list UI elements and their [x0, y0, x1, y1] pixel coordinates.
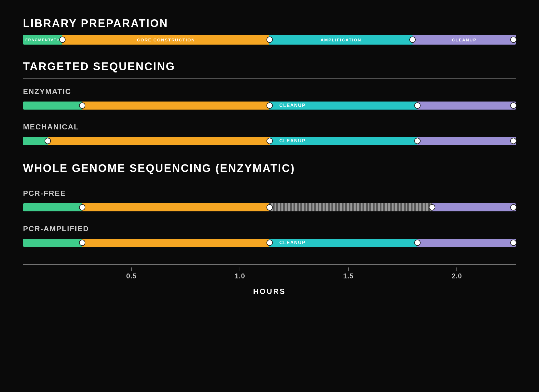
- lib-dot-3: [409, 37, 416, 43]
- pcra-cleanup-label: CLEANUP: [279, 240, 306, 245]
- lib-seg-cleanup: CLEANUP: [413, 35, 516, 45]
- pcr-amplified-bar-track: CLEANUP: [23, 239, 516, 247]
- enzymatic-bar-track: CLEANUP: [23, 102, 516, 110]
- enzymatic-bar-container: CLEANUP: [23, 100, 516, 111]
- tick-label-1-5: 1.5: [343, 272, 354, 280]
- mech-seg-orange: [48, 137, 270, 145]
- pcr-free-bar-track: [23, 203, 516, 211]
- pcr-amplified-bar-container: CLEANUP: [23, 237, 516, 248]
- tick-2-0: 2.0: [452, 267, 462, 280]
- mech-dot-1: [45, 138, 51, 144]
- pcrf-dot-2: [266, 204, 273, 211]
- mech-dot-4: [510, 138, 517, 144]
- pcrf-seg-striped: [269, 203, 432, 211]
- enzymatic-title: ENZYMATIC: [23, 87, 516, 96]
- mechanical-bar-container: CLEANUP: [23, 135, 516, 146]
- tick-line-0-5: [131, 267, 132, 271]
- pcra-seg-purple: [417, 239, 516, 247]
- enz-dot-3: [414, 102, 421, 109]
- pcrf-seg-purple: [432, 203, 516, 211]
- library-preparation-title: LIBRARY PREPARATION: [23, 17, 516, 30]
- enzymatic-subsection: ENZYMATIC CLEANUP: [23, 87, 516, 111]
- pcrf-dot-1: [79, 204, 85, 211]
- tick-line-1-5: [348, 267, 349, 271]
- lib-seg-fragmentation: FRAGMENTATION: [23, 35, 62, 45]
- lib-label-amplification: AMPLIFICATION: [321, 37, 361, 42]
- pcr-amplified-title: PCR-AMPLIFIED: [23, 224, 516, 233]
- mechanical-title: MECHANICAL: [23, 123, 516, 131]
- tick-label-0-5: 0.5: [126, 272, 137, 280]
- enz-dot-1: [79, 102, 85, 109]
- lib-seg-core: CORE CONSTRUCTION: [62, 35, 269, 45]
- tick-label-1-0: 1.0: [235, 272, 245, 280]
- pcra-dot-2: [266, 240, 273, 246]
- mechanical-bar-track: CLEANUP: [23, 137, 516, 145]
- mech-dot-2: [266, 138, 273, 144]
- lib-dot-1: [59, 37, 66, 43]
- pcrf-seg-orange: [82, 203, 270, 211]
- mech-seg-green: [23, 137, 48, 145]
- pcr-free-subsection: PCR-FREE: [23, 189, 516, 213]
- mech-dot-3: [414, 138, 421, 144]
- pcrf-dot-4: [510, 204, 517, 211]
- wgs-section: WHOLE GENOME SEQUENCING (ENZYMATIC) PCR-…: [23, 162, 516, 248]
- pcra-dot-3: [414, 240, 421, 246]
- lib-dot-4: [510, 37, 517, 43]
- targeted-sequencing-title: TARGETED SEQUENCING: [23, 60, 516, 73]
- tick-line-2-0: [456, 267, 457, 271]
- pcr-free-bar-container: [23, 202, 516, 213]
- pcrf-dot-3: [429, 204, 435, 211]
- xaxis-container: 0.5 1.0 1.5 2.0 HOURS: [23, 264, 516, 296]
- mech-seg-purple: [417, 137, 516, 145]
- enz-cleanup-label: CLEANUP: [279, 103, 306, 108]
- mech-cleanup-label: CLEANUP: [279, 138, 306, 144]
- tick-line-1-0: [240, 267, 240, 271]
- mechanical-subsection: MECHANICAL CLEANUP: [23, 123, 516, 146]
- enz-dot-4: [510, 102, 517, 109]
- enz-seg-purple: [417, 102, 516, 110]
- targeted-sequencing-section: TARGETED SEQUENCING ENZYMATIC CLEANUP ME…: [23, 60, 516, 146]
- lib-label-cleanup: CLEANUP: [452, 37, 477, 42]
- library-bar: FRAGMENTATION CORE CONSTRUCTION AMPLIFIC…: [23, 35, 516, 45]
- xaxis-title: HOURS: [23, 287, 516, 296]
- wgs-divider: [23, 180, 516, 180]
- tick-0-5: 0.5: [126, 267, 137, 280]
- pcr-free-title: PCR-FREE: [23, 189, 516, 198]
- lib-seg-amplification: AMPLIFICATION: [269, 35, 412, 45]
- tick-1-5: 1.5: [343, 267, 354, 280]
- pcra-dot-4: [510, 240, 517, 246]
- pcr-amplified-subsection: PCR-AMPLIFIED CLEANUP: [23, 224, 516, 248]
- xaxis-ticks: 0.5 1.0 1.5 2.0: [23, 267, 516, 282]
- enz-dot-2: [266, 102, 273, 109]
- pcra-dot-1: [79, 240, 85, 246]
- enz-seg-green: [23, 102, 82, 110]
- lib-dot-2: [266, 37, 273, 43]
- pcra-seg-green: [23, 239, 82, 247]
- tick-label-2-0: 2.0: [452, 272, 462, 280]
- wgs-title: WHOLE GENOME SEQUENCING (ENZYMATIC): [23, 162, 516, 175]
- library-preparation-section: LIBRARY PREPARATION FRAGMENTATION CORE C…: [23, 17, 516, 45]
- lib-label-core: CORE CONSTRUCTION: [137, 37, 195, 42]
- pcra-seg-orange: [82, 239, 270, 247]
- enz-seg-orange: [82, 102, 270, 110]
- tick-1-0: 1.0: [235, 267, 245, 280]
- pcrf-seg-green: [23, 203, 82, 211]
- targeted-divider: [23, 78, 516, 79]
